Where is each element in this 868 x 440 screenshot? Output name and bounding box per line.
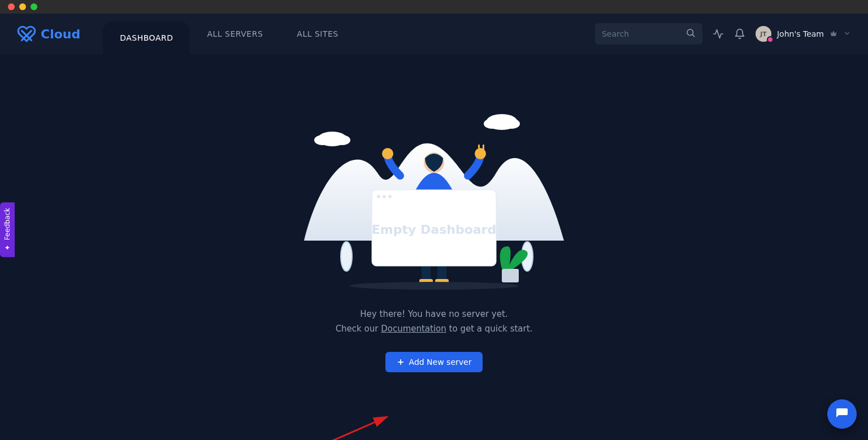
add-server-label: Add New server bbox=[409, 358, 472, 367]
svg-point-6 bbox=[335, 135, 350, 145]
sparkle-icon: ✦ bbox=[3, 243, 11, 251]
empty-line2: Check our Documentation to get a quick s… bbox=[336, 322, 533, 337]
brand-logo[interactable]: Cloud bbox=[17, 14, 103, 54]
window-titlebar bbox=[0, 0, 868, 14]
svg-point-8 bbox=[484, 119, 500, 129]
chat-icon bbox=[835, 407, 849, 421]
svg-point-23 bbox=[341, 242, 352, 271]
team-menu[interactable]: JT John's Team bbox=[756, 26, 851, 42]
empty-state-text: Hey there! You have no server yet. Check… bbox=[336, 307, 533, 336]
window-maximize-button[interactable] bbox=[31, 3, 37, 10]
notifications-icon[interactable] bbox=[734, 28, 745, 40]
svg-point-10 bbox=[382, 148, 393, 159]
activity-icon[interactable] bbox=[713, 28, 724, 40]
brand-name: Cloud bbox=[41, 27, 80, 41]
avatar: JT bbox=[756, 26, 771, 42]
tab-dashboard-label: DASHBOARD bbox=[120, 33, 173, 42]
avatar-initials: JT bbox=[760, 31, 767, 38]
header-right: JT John's Team bbox=[595, 14, 851, 54]
empty-card-title: Empty Dashboard bbox=[372, 223, 496, 237]
crown-icon bbox=[830, 29, 837, 39]
svg-point-22 bbox=[388, 195, 392, 198]
svg-rect-25 bbox=[502, 269, 519, 282]
feedback-label: Feedback bbox=[3, 208, 11, 240]
feedback-tab[interactable]: ✦ Feedback bbox=[0, 202, 15, 257]
svg-line-29 bbox=[325, 417, 387, 440]
svg-point-5 bbox=[314, 135, 330, 145]
svg-line-3 bbox=[692, 34, 694, 36]
svg-point-2 bbox=[687, 29, 693, 36]
tab-all-sites-label: ALL SITES bbox=[297, 29, 338, 38]
heart-logo-icon bbox=[17, 24, 36, 43]
empty-line1: Hey there! You have no server yet. bbox=[336, 307, 533, 322]
annotation-arrow bbox=[322, 410, 396, 440]
empty-line2-prefix: Check our bbox=[336, 324, 381, 334]
main-nav: DASHBOARD ALL SERVERS ALL SITES bbox=[103, 14, 355, 54]
team-label: John's Team bbox=[777, 29, 824, 38]
svg-rect-13 bbox=[483, 145, 484, 151]
main-content: Empty Dashboard Hey there! You have no s… bbox=[0, 54, 868, 372]
documentation-link[interactable]: Documentation bbox=[381, 324, 446, 334]
svg-rect-12 bbox=[478, 145, 480, 151]
tab-all-servers[interactable]: ALL SERVERS bbox=[190, 14, 280, 54]
empty-state-illustration: Empty Dashboard bbox=[304, 99, 564, 294]
search-icon bbox=[685, 28, 696, 40]
svg-point-20 bbox=[377, 195, 380, 198]
plus-icon bbox=[397, 358, 405, 366]
empty-line2-suffix: to get a quick start. bbox=[446, 324, 533, 334]
avatar-badge bbox=[767, 36, 774, 43]
tab-all-sites[interactable]: ALL SITES bbox=[280, 14, 355, 54]
app-header: Cloud DASHBOARD ALL SERVERS ALL SITES JT bbox=[0, 14, 868, 54]
add-server-button[interactable]: Add New server bbox=[385, 352, 483, 372]
chat-fab[interactable] bbox=[827, 399, 857, 429]
search-box[interactable] bbox=[595, 23, 702, 45]
window-minimize-button[interactable] bbox=[19, 3, 26, 10]
tab-dashboard[interactable]: DASHBOARD bbox=[103, 21, 190, 54]
svg-point-9 bbox=[504, 119, 520, 129]
chevron-down-icon bbox=[843, 29, 851, 39]
svg-point-26 bbox=[349, 282, 519, 290]
tab-all-servers-label: ALL SERVERS bbox=[207, 29, 263, 38]
svg-point-21 bbox=[383, 195, 386, 198]
search-input[interactable] bbox=[602, 29, 685, 38]
window-close-button[interactable] bbox=[8, 3, 15, 10]
